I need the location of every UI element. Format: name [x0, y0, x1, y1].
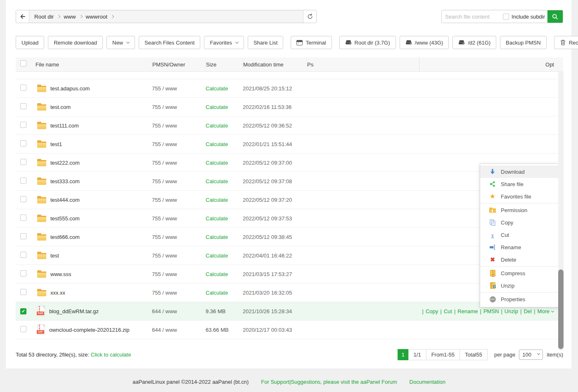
- documentation-link[interactable]: Documentation: [410, 379, 445, 385]
- per-page-select[interactable]: 100: [519, 349, 543, 360]
- file-name-link[interactable]: test: [50, 253, 59, 259]
- row-checkbox[interactable]: ✓: [20, 270, 26, 276]
- refresh-button[interactable]: [303, 10, 316, 23]
- share-list-button[interactable]: Share List: [248, 36, 284, 49]
- file-name-link[interactable]: test1: [50, 141, 62, 147]
- file-name-link[interactable]: test.adapus.com: [50, 85, 90, 92]
- menu-item-share-file[interactable]: Share file: [480, 178, 559, 190]
- menu-item-unzip[interactable]: Unzip: [480, 279, 559, 292]
- table-row[interactable]: ✓ test.com 755 / www Calculate 2022/02/1…: [16, 98, 563, 116]
- file-name-link[interactable]: blog_ddEwRM.tar.gz: [49, 308, 99, 314]
- row-checkbox[interactable]: ✓: [20, 215, 26, 221]
- pmsn-owner-value: 755 / www: [152, 215, 206, 222]
- row-checkbox[interactable]: ✓: [20, 196, 26, 202]
- size-value: Calculate: [206, 234, 243, 240]
- menu-item-cut[interactable]: ✂ Cut: [480, 229, 559, 241]
- row-action-rename[interactable]: Rename: [457, 308, 478, 314]
- disk-www-button[interactable]: /www (43G): [400, 36, 449, 49]
- back-button[interactable]: [16, 10, 29, 23]
- row-checkbox[interactable]: ✓: [20, 177, 26, 184]
- breadcrumb-item-root[interactable]: Root dir: [34, 14, 54, 20]
- terminal-button[interactable]: Terminal: [291, 36, 332, 49]
- file-name-link[interactable]: test222.com: [50, 160, 80, 166]
- include-subdir-checkbox[interactable]: ✓: [503, 14, 509, 20]
- scrollbar-thumb[interactable]: [558, 269, 564, 349]
- file-name-link[interactable]: test666.com: [50, 234, 80, 240]
- table-row[interactable]: ✓ test111.com 755 / www Calculate 2022/0…: [16, 116, 563, 135]
- row-action-unzip[interactable]: Unzip: [505, 308, 518, 314]
- search-input[interactable]: [442, 10, 503, 23]
- menu-divider: [480, 266, 559, 267]
- file-name-link[interactable]: test444.com: [50, 197, 80, 203]
- star-icon: ★: [489, 193, 496, 200]
- row-checkbox[interactable]: ✓: [20, 233, 26, 239]
- pmsn-owner-value: 755 / www: [152, 160, 206, 166]
- file-name-link[interactable]: owncloud-complete-20201216.zip: [49, 327, 129, 333]
- column-header-pmsn-owner[interactable]: PMSN/Owner: [152, 57, 206, 72]
- row-checkbox[interactable]: ✓: [20, 140, 26, 146]
- row-checkbox[interactable]: ✓: [20, 122, 26, 128]
- modification-time-value: 2021/03/20 16:32:05: [243, 290, 307, 296]
- remote-download-button[interactable]: Remote download: [48, 36, 103, 49]
- row-checkbox[interactable]: ✓: [20, 308, 26, 314]
- file-name-link[interactable]: test555.com: [50, 215, 80, 222]
- menu-item-rename[interactable]: Rename: [480, 241, 559, 253]
- table-row[interactable]: ✓ test.adapus.com 755 / www Calculate 20…: [16, 79, 563, 98]
- column-header-ps[interactable]: Ps: [307, 57, 419, 72]
- select-all-checkbox[interactable]: ✓: [20, 60, 26, 66]
- row-checkbox[interactable]: ✓: [20, 326, 26, 332]
- menu-item-compress[interactable]: Compress: [480, 267, 559, 279]
- table-row[interactable]: ✓ ZIP owncloud-complete-20201216.zip 644…: [16, 321, 563, 339]
- row-action-more[interactable]: More: [537, 308, 554, 314]
- permission-folder-icon: [489, 208, 496, 213]
- column-header-file-name[interactable]: File name: [36, 57, 152, 72]
- row-checkbox[interactable]: ✓: [20, 85, 26, 91]
- action-separator: |: [454, 308, 455, 314]
- file-name-link[interactable]: test333.com: [50, 178, 80, 184]
- table-row[interactable]: ✓ test1 755 / www Calculate 2022/01/21 1…: [16, 135, 563, 153]
- row-action-cut[interactable]: Cut: [444, 308, 452, 314]
- disk-d2-button[interactable]: /d2 (61G): [452, 36, 496, 49]
- favorites-button[interactable]: Favorites: [204, 36, 244, 49]
- search-button[interactable]: [547, 10, 563, 23]
- row-action-copy[interactable]: Copy: [426, 308, 438, 314]
- scrollbar-track[interactable]: [558, 71, 564, 351]
- upload-button[interactable]: Upload: [16, 36, 44, 49]
- row-checkbox[interactable]: ✓: [20, 159, 26, 165]
- menu-item-download[interactable]: Download: [480, 165, 559, 178]
- file-name-link[interactable]: xxx.xx: [50, 290, 65, 296]
- disk-icon: [458, 40, 465, 45]
- disk-root-button[interactable]: Root dir (3.7G): [339, 36, 396, 49]
- row-checkbox[interactable]: ✓: [20, 103, 26, 109]
- recycle-bin-button[interactable]: Recycle bin: [554, 36, 578, 49]
- file-name-link[interactable]: www.sss: [50, 271, 71, 277]
- include-subdir-option[interactable]: ✓ Include subdir: [503, 14, 547, 20]
- menu-item-copy[interactable]: Copy: [480, 216, 559, 229]
- row-action-pmsn[interactable]: PMSN: [483, 308, 499, 314]
- menu-item-permission[interactable]: Permission: [480, 204, 559, 216]
- share-icon: [489, 181, 496, 187]
- partially-visible-row[interactable]: [16, 72, 563, 79]
- calculate-size-link[interactable]: Click to calculate: [91, 352, 131, 358]
- search-files-content-button[interactable]: Search Files Content: [139, 36, 200, 49]
- breadcrumb-item-www[interactable]: www: [64, 14, 76, 20]
- menu-item-delete[interactable]: ✖ Delete: [480, 253, 559, 266]
- column-header-size[interactable]: Size: [206, 57, 243, 72]
- menu-item-properties[interactable]: ••• Properties: [480, 293, 559, 305]
- file-name-link[interactable]: test.com: [50, 104, 71, 110]
- file-name-link[interactable]: test111.com: [50, 123, 79, 129]
- breadcrumb: Root dir www wwwroot: [29, 10, 303, 23]
- backup-pmsn-button[interactable]: Backup PMSN: [500, 36, 547, 49]
- new-button[interactable]: New: [107, 36, 135, 49]
- row-checkbox[interactable]: ✓: [20, 252, 26, 258]
- column-header-modification-time[interactable]: Modification time: [243, 57, 307, 72]
- support-forum-link[interactable]: For Support|Suggestions, please visit th…: [261, 379, 397, 385]
- upload-label: Upload: [21, 40, 38, 46]
- size-value: 63.66 MB: [206, 327, 243, 333]
- summary-bar: Total 53 directory, 2file(s), size: Clic…: [16, 347, 563, 361]
- row-checkbox[interactable]: ✓: [20, 289, 26, 295]
- breadcrumb-item-wwwroot[interactable]: wwwroot: [86, 14, 108, 20]
- page-button-1[interactable]: 1: [398, 349, 409, 360]
- row-action-del[interactable]: Del: [524, 308, 532, 314]
- menu-item-favorites-file[interactable]: ★ Favorites file: [480, 190, 559, 203]
